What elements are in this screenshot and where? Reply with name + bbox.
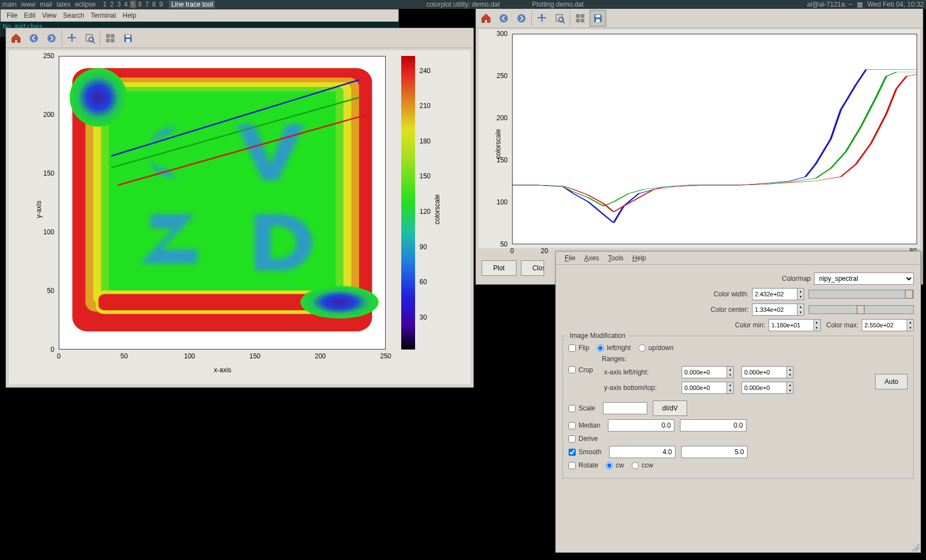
- color-width-input[interactable]: ▴▾: [752, 288, 804, 300]
- svg-rect-33: [581, 18, 585, 22]
- menu-help[interactable]: Help: [119, 12, 140, 19]
- taskbar-item[interactable]: www: [19, 1, 38, 8]
- auto-button[interactable]: Auto: [875, 374, 908, 389]
- back-icon[interactable]: [495, 10, 512, 27]
- derive-label: Derive: [579, 435, 598, 443]
- terminal-menubar[interactable]: File Edit View Search Terminal Help: [1, 9, 398, 22]
- heatmap-plot[interactable]: [59, 56, 386, 350]
- zoom-icon[interactable]: [551, 10, 568, 27]
- back-icon[interactable]: [25, 30, 42, 47]
- image-modification-group: Image Modification Flip left/right up/do…: [562, 336, 914, 479]
- menu-axes[interactable]: Axes: [580, 254, 603, 262]
- save-icon[interactable]: [590, 10, 606, 27]
- crop-y2-input[interactable]: ▴▾: [741, 382, 794, 394]
- line-chart[interactable]: [512, 34, 917, 244]
- crop-checkbox[interactable]: [569, 366, 576, 373]
- settings-menubar[interactable]: File Axes Tools Help: [556, 251, 920, 265]
- menu-help[interactable]: Help: [628, 254, 651, 262]
- home-icon[interactable]: [8, 30, 24, 47]
- rotate-label: Rotate: [579, 461, 598, 469]
- matplotlib-toolbar: [476, 8, 923, 28]
- color-width-label: Color width:: [714, 290, 749, 298]
- median-checkbox[interactable]: [569, 422, 576, 429]
- smooth-v1-input[interactable]: [609, 446, 676, 458]
- home-icon[interactable]: [478, 10, 494, 27]
- scale-input[interactable]: [603, 402, 647, 414]
- flip-checkbox[interactable]: [569, 345, 576, 352]
- crop-x1-input[interactable]: ▴▾: [682, 366, 734, 378]
- taskbar-item[interactable]: latex: [54, 1, 73, 8]
- flip-label: Flip: [579, 344, 589, 352]
- crop-label: Crop: [579, 366, 593, 374]
- menu-view[interactable]: View: [39, 12, 60, 19]
- median-v2-input[interactable]: [680, 419, 746, 431]
- color-min-input[interactable]: ▴▾: [769, 319, 821, 331]
- smooth-v2-input[interactable]: [681, 446, 748, 458]
- flip-lr-radio[interactable]: [597, 345, 604, 352]
- pan-icon[interactable]: [534, 10, 550, 27]
- taskbar-item[interactable]: main: [0, 1, 19, 8]
- didv-button[interactable]: dI/dV: [653, 400, 687, 416]
- color-max-input[interactable]: ▴▾: [862, 319, 914, 331]
- menu-terminal[interactable]: Terminal: [88, 12, 119, 19]
- y-axis-ticks: 250 200 150 100 50 0: [37, 56, 56, 350]
- rotate-cw-radio[interactable]: [606, 462, 613, 469]
- svg-point-26: [518, 14, 526, 22]
- taskbar-item[interactable]: mail: [38, 1, 54, 8]
- menu-search[interactable]: Search: [60, 12, 88, 19]
- menu-file[interactable]: File: [3, 12, 21, 19]
- y-axis-ticks: 300 250 200 150 100 50: [490, 34, 509, 244]
- svg-rect-6: [111, 34, 115, 38]
- svg-line-29: [563, 21, 565, 23]
- configure-icon[interactable]: [102, 30, 119, 47]
- heatmap-canvas[interactable]: y-axis 250 200 150 100 50 0: [9, 50, 470, 384]
- derive-checkbox[interactable]: [569, 435, 576, 443]
- svg-rect-30: [576, 14, 580, 18]
- workspace-8[interactable]: 8: [151, 1, 158, 8]
- pan-icon[interactable]: [64, 30, 80, 47]
- scale-checkbox[interactable]: [569, 405, 576, 412]
- plot-button[interactable]: Plot: [482, 260, 516, 276]
- lineplot-canvas[interactable]: colorscale 300 250 200 150 100 50 0 20 8…: [479, 29, 920, 248]
- rotate-checkbox[interactable]: [569, 462, 576, 469]
- crop-y1-input[interactable]: ▴▾: [682, 382, 734, 394]
- resize-grip-icon[interactable]: [912, 543, 919, 551]
- svg-point-0: [30, 34, 38, 42]
- workspace-3[interactable]: 3: [115, 1, 122, 8]
- close-button[interactable]: Close: [521, 260, 544, 276]
- forward-icon[interactable]: [43, 30, 60, 47]
- median-v1-input[interactable]: [608, 419, 674, 431]
- svg-point-20: [300, 286, 378, 318]
- color-width-slider[interactable]: [809, 290, 914, 299]
- svg-point-19: [70, 68, 127, 127]
- forward-icon[interactable]: [513, 10, 530, 27]
- color-center-slider[interactable]: [809, 305, 914, 314]
- yrange-label: y-axis bottom/top:: [604, 384, 682, 392]
- taskbar-item[interactable]: eclipse: [73, 1, 98, 8]
- zoom-icon[interactable]: [81, 30, 98, 47]
- workspace-6[interactable]: 6: [136, 1, 144, 8]
- color-min-label: Color min:: [735, 321, 765, 329]
- menu-edit[interactable]: Edit: [21, 12, 39, 19]
- colormap-select[interactable]: nipy_spectral: [814, 273, 914, 285]
- menu-file[interactable]: File: [560, 254, 580, 262]
- svg-rect-9: [126, 35, 130, 37]
- workspace-1[interactable]: 1: [101, 1, 109, 8]
- workspace-7[interactable]: 7: [144, 1, 151, 8]
- workspace-9[interactable]: 9: [157, 1, 165, 8]
- rotate-ccw-radio[interactable]: [632, 462, 639, 469]
- tray-icon[interactable]: ▦: [855, 1, 865, 8]
- active-window-label[interactable]: Line trace tool: [169, 1, 215, 8]
- crop-x2-input[interactable]: ▴▾: [741, 366, 794, 378]
- flip-ud-radio[interactable]: [638, 345, 646, 352]
- menu-tools[interactable]: Tools: [603, 254, 628, 262]
- workspace-2[interactable]: 2: [108, 1, 115, 8]
- workspace-4[interactable]: 4: [122, 1, 130, 8]
- color-center-input[interactable]: ▴▾: [752, 304, 804, 316]
- save-icon[interactable]: [120, 30, 136, 47]
- configure-icon[interactable]: [572, 10, 589, 27]
- workspace-5[interactable]: 5: [130, 1, 137, 8]
- svg-rect-34: [596, 15, 600, 17]
- svg-rect-7: [106, 38, 110, 42]
- smooth-checkbox[interactable]: [569, 449, 576, 456]
